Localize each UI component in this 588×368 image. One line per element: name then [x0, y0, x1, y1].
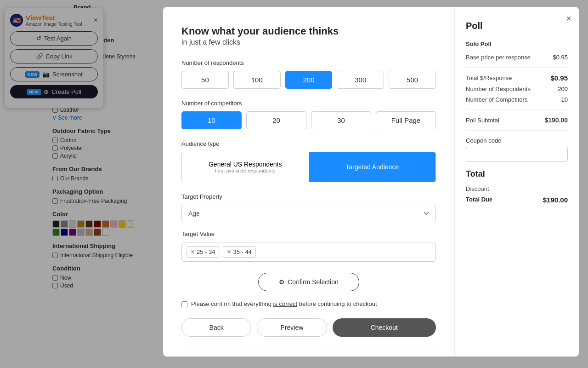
preview-button[interactable]: Preview: [257, 318, 327, 337]
audience-label: Audience type: [181, 140, 436, 147]
modal-left-panel: Know what your audience thinks in just a…: [163, 7, 455, 356]
audience-general[interactable]: General US Respondents First available r…: [182, 152, 309, 182]
poll-divider-1: [466, 67, 568, 68]
competitors-fullpage[interactable]: Full Page: [376, 111, 436, 129]
target-value-container: ✕ 25 - 34 ✕ 35 - 44: [181, 242, 436, 262]
main-modal: × Know what your audience thinks in just…: [163, 7, 579, 356]
poll-divider-3: [466, 130, 568, 131]
target-property-select[interactable]: Age Gender Income Education: [181, 205, 436, 222]
total-title: Total: [466, 169, 568, 179]
respondents-100[interactable]: 100: [233, 71, 281, 89]
targeted-audience-label: Targeted Audience: [314, 163, 431, 171]
tag-35-44: ✕ 35 - 44: [223, 246, 255, 258]
poll-panel: Poll Solo Poll Base price per response $…: [455, 7, 579, 356]
audience-row: General US Respondents First available r…: [181, 152, 436, 182]
competitors-20[interactable]: 20: [246, 111, 306, 129]
discount-row: Discount: [466, 185, 568, 192]
total-due-val: $190.00: [543, 196, 568, 204]
coupon-input[interactable]: [466, 147, 568, 162]
num-competitors-val: 10: [561, 96, 568, 103]
poll-title: Poll: [466, 21, 568, 31]
total-response-label: Total $/Response: [466, 75, 512, 81]
total-due-row: Total Due $190.00: [466, 196, 568, 204]
confirm-selection-label: Confirm Selection: [288, 278, 339, 286]
num-competitors-label: Number of Competitors: [466, 96, 527, 103]
base-price-label: Base price per response: [466, 54, 531, 61]
confirm-check-text: Please confirm that everything is correc…: [191, 300, 377, 307]
confirm-checkbox[interactable]: [181, 301, 187, 307]
poll-type: Solo Poll: [466, 40, 568, 47]
modal-close-button[interactable]: ×: [566, 13, 571, 24]
respondents-label: Number of respondents: [181, 59, 436, 66]
respondents-500[interactable]: 500: [389, 71, 436, 89]
audience-targeted[interactable]: Targeted Audience: [309, 152, 436, 182]
num-respondents-row: Number of Respondents 200: [466, 86, 568, 92]
general-audience-sub: First available respondents: [187, 168, 304, 173]
subtotal-row: Poll Subtotal $190.00: [466, 116, 568, 124]
back-button[interactable]: Back: [181, 318, 251, 337]
competitors-10[interactable]: 10: [181, 111, 242, 129]
general-audience-label: General US Respondents: [187, 161, 304, 168]
confirm-underline: is correct: [273, 300, 297, 307]
tag-remove-35-44[interactable]: ✕: [227, 249, 231, 255]
total-response-val: $0.95: [550, 74, 568, 82]
subtotal-val: $190.00: [544, 116, 568, 124]
confirm-check-row: Please confirm that everything is correc…: [181, 300, 436, 307]
subtotal-label: Poll Subtotal: [466, 117, 499, 124]
num-respondents-val: 200: [558, 86, 568, 92]
gear-icon: ⚙: [279, 278, 285, 286]
respondents-50[interactable]: 50: [181, 71, 229, 89]
confirm-selection-button[interactable]: ⚙ Confirm Selection: [258, 273, 359, 291]
respondents-200[interactable]: 200: [285, 71, 333, 89]
modal-main-title: Know what your audience thinks: [181, 25, 436, 37]
total-due-label: Total Due: [466, 196, 492, 204]
coupon-label: Coupon code: [466, 137, 568, 144]
respondents-300[interactable]: 300: [337, 71, 384, 89]
num-respondents-label: Number of Respondents: [466, 86, 531, 92]
modal-sub-title: in just a few clicks: [181, 38, 436, 46]
tag-label-35-44: 35 - 44: [233, 248, 251, 255]
tip-box: 📍 Viewtest Tip: There are products witho…: [181, 350, 436, 356]
num-competitors-row: Number of Competitors 10: [466, 96, 568, 103]
competitors-row: 10 20 30 Full Page: [181, 111, 436, 129]
tag-25-34: ✕ 25 - 34: [187, 246, 219, 258]
poll-divider-2: [466, 109, 568, 110]
target-property-label: Target Property: [181, 193, 436, 200]
competitors-30[interactable]: 30: [311, 111, 371, 129]
checkout-button[interactable]: Checkout: [333, 318, 436, 337]
base-price-val: $0.95: [553, 54, 568, 61]
total-response-row: Total $/Response $0.95: [466, 74, 568, 82]
competitors-label: Number of competitors: [181, 100, 436, 107]
base-price-row: Base price per response $0.95: [466, 54, 568, 61]
tag-remove-25-34[interactable]: ✕: [191, 249, 195, 255]
discount-label: Discount: [466, 185, 489, 192]
target-value-label: Target Value: [181, 230, 436, 237]
action-row: Back Preview Checkout: [181, 318, 436, 337]
tag-label-25-34: 25 - 34: [197, 248, 215, 255]
respondents-row: 50 100 200 300 500: [181, 71, 436, 89]
